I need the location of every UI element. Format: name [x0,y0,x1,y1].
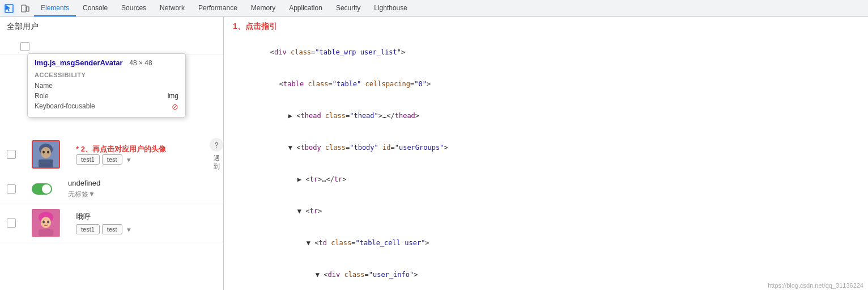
svg-rect-14 [39,229,53,236]
tab-console[interactable]: Console [76,0,114,16]
avatar-container-1 [32,140,60,169]
code-line-7[interactable]: ▼ <td class="table_cell user"> [224,227,868,259]
left-panel: 全部用户 img.js_msgSenderAvatar 48 × 48 ACCE… [0,17,224,290]
avatar-1[interactable] [32,140,60,169]
avatar-image-1 [33,141,59,167]
svg-point-11 [41,217,51,228]
watermark: https://blog.csdn.net/qq_31136224 [768,282,863,289]
action-buttons-1: ? 遇到 [210,138,223,171]
devtools-topbar: Elements Console Sources Network Perform… [0,0,868,17]
user-row-3: 哦呼 test1 test ▾ [0,204,223,242]
tab-performance[interactable]: Performance [192,0,244,16]
user-checkbox-0[interactable] [20,42,29,51]
tab-network[interactable]: Network [153,0,192,16]
svg-point-12 [42,221,45,224]
user-info-1: * 2、再点击对应用户的头像 test1 test ▾ [76,144,194,165]
user-row-2: undefined 无标签▼ [0,174,223,204]
toggle-2[interactable] [32,183,52,195]
tooltip-popup: img.js_msgSenderAvatar 48 × 48 ACCESSIBI… [27,53,186,117]
devtools-icon-group [0,2,34,15]
right-panel: 1、点击指引 <div class="table_wrp user_list">… [224,17,868,290]
tab-application[interactable]: Application [282,0,329,16]
svg-rect-1 [22,5,26,12]
user-row-1: * 2、再点击对应用户的头像 test1 test ▾ ? 遇到 [0,135,223,174]
svg-rect-8 [39,159,53,167]
tooltip-area: img.js_msgSenderAvatar 48 × 48 ACCESSIBI… [0,36,223,55]
tag-test-3[interactable]: test [102,224,122,234]
code-line-2[interactable]: <table class="table" cellspacing="0"> [224,68,868,100]
user-info-2: undefined 无标签▼ [68,179,216,199]
tooltip-name-row: Name [35,81,178,91]
code-line-5[interactable]: ▶ <tr>…</tr> [224,163,868,195]
user-sublabel-2[interactable]: 无标签▼ [68,190,216,199]
tag-test-1[interactable]: test [102,154,122,165]
svg-rect-2 [27,7,29,11]
tooltip-keyboard-row: Keyboard-focusable ⊘ [35,101,178,112]
help-button[interactable]: ? [210,138,223,152]
panel-header: 全部用户 [0,17,223,36]
user-tags-1: test1 test ▾ [76,154,194,165]
code-line-4[interactable]: ▼ <tbody class="tbody" id="userGroups"> [224,132,868,163]
tag-dropdown-3[interactable]: ▾ [125,225,134,234]
main-content: 全部用户 img.js_msgSenderAvatar 48 × 48 ACCE… [0,17,868,290]
tooltip-classname: img.js_msgSenderAvatar 48 × 48 [35,58,178,67]
tab-security[interactable]: Security [329,0,367,16]
inspect-element-button[interactable] [2,2,16,15]
visit-label[interactable]: 遇到 [214,154,220,171]
tooltip-role-row: Role img [35,91,178,101]
tab-elements[interactable]: Elements [34,0,76,16]
avatar-3[interactable] [32,209,60,237]
tag-dropdown-1[interactable]: ▾ [125,155,134,164]
tab-memory[interactable]: Memory [244,0,282,16]
svg-point-6 [42,151,45,154]
user-row-0 [0,36,223,55]
avatar-image-3 [33,210,59,236]
user-name-3: 哦呼 [76,212,216,222]
tooltip-accessibility-title: ACCESSIBILITY [35,72,178,78]
step2-label: * 2、再点击对应用户的头像 [76,144,194,154]
code-line-3[interactable]: ▶ <thead class="thead">…</thead> [224,100,868,132]
svg-point-13 [47,221,49,224]
user-info-3: 哦呼 test1 test ▾ [76,212,216,234]
elements-area: 1、点击指引 <div class="table_wrp user_list">… [224,17,868,290]
code-line-1[interactable]: <div class="table_wrp user_list"> [224,36,868,68]
devtools-tabs: Elements Console Sources Network Perform… [34,0,414,16]
user-tags-3: test1 test ▾ [76,224,216,234]
user-checkbox-1[interactable] [7,150,16,159]
device-toolbar-button[interactable] [18,2,32,15]
step1-label: 1、点击指引 [224,17,868,36]
tab-sources[interactable]: Sources [114,0,153,16]
tag-test1-1[interactable]: test1 [76,154,100,165]
tab-lighthouse[interactable]: Lighthouse [367,0,414,16]
code-line-6[interactable]: ▼ <tr> [224,195,868,227]
user-checkbox-3[interactable] [7,218,16,228]
user-checkbox-2[interactable] [7,184,16,194]
svg-point-5 [41,147,51,158]
svg-point-7 [47,151,49,154]
user-name-2: undefined [68,179,216,187]
tag-test1-3[interactable]: test1 [76,224,100,234]
